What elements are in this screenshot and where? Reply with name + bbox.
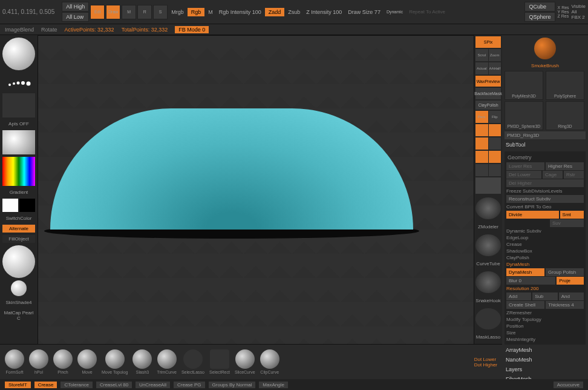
- nav-btn-6[interactable]: [489, 151, 501, 163]
- y-res-label[interactable]: Y Res: [558, 10, 569, 14]
- fbx-label[interactable]: FBX 2: [572, 15, 586, 20]
- sub-button[interactable]: Sub: [532, 292, 557, 300]
- actual-button[interactable]: Actual: [475, 62, 488, 74]
- zadd-button[interactable]: Zadd: [265, 8, 285, 16]
- viewport-canvas[interactable]: [38, 35, 474, 379]
- dynamesh-section-label[interactable]: DynaMesh: [506, 261, 584, 268]
- qsphere-button[interactable]: QSphere: [524, 12, 555, 22]
- polymesh-thumb[interactable]: PolyMesh3D: [505, 71, 543, 100]
- zmodeler-icon[interactable]: [475, 197, 501, 219]
- resolution-slider[interactable]: Resolution 200: [506, 285, 584, 292]
- higher-res-button[interactable]: Higher Res: [546, 162, 584, 170]
- brush-slash3[interactable]: Slash3: [132, 349, 152, 374]
- create-shell-button[interactable]: Create Shell: [506, 301, 544, 309]
- mrgb-label[interactable]: Mrgb: [169, 9, 186, 15]
- draw-size-slider[interactable]: Draw Size 77: [345, 9, 383, 15]
- modify-topology-label[interactable]: Modify Topology: [506, 316, 584, 323]
- geometry-section[interactable]: Geometry: [506, 153, 584, 162]
- divide-button[interactable]: Divide: [506, 211, 559, 219]
- subtool-section[interactable]: SubTool: [505, 140, 586, 149]
- pm3d-ring-button[interactable]: PM3D_Ring3D: [505, 131, 586, 139]
- draw-button[interactable]: Draw: [106, 5, 120, 19]
- brush-preview-small[interactable]: [11, 280, 27, 296]
- scroll-button[interactable]: Scrol: [475, 49, 488, 61]
- zoom-button[interactable]: Zoom: [489, 49, 501, 61]
- rgb-button[interactable]: Rgb: [188, 8, 205, 16]
- all-low-button[interactable]: All Low: [62, 12, 89, 22]
- all-button[interactable]: All: [572, 9, 586, 15]
- nanomesh-section[interactable]: NanoMesh: [505, 355, 586, 364]
- flip-button[interactable]: Flip: [489, 111, 501, 123]
- zremesher-label[interactable]: ZRemesher: [506, 309, 584, 316]
- layers-section[interactable]: Layers: [505, 365, 586, 374]
- fillobject-button[interactable]: FillObject: [2, 235, 35, 243]
- nav-btn-4[interactable]: [489, 137, 501, 150]
- fibermesh-section[interactable]: FiberMesh: [505, 375, 586, 379]
- alternate-button[interactable]: Alternate: [2, 225, 35, 233]
- brush-slicecurve[interactable]: SliceCurve: [235, 349, 255, 374]
- backface-button[interactable]: BackfaceMask: [475, 88, 501, 99]
- snakehook-icon[interactable]: [475, 271, 501, 293]
- del-lower-button[interactable]: Del Lower: [506, 171, 541, 179]
- material-swatch[interactable]: [2, 38, 35, 70]
- pers-button[interactable]: Pers: [475, 111, 488, 123]
- maxangle-button[interactable]: MaxAngle: [259, 382, 288, 388]
- visible-button[interactable]: Visible: [572, 4, 586, 9]
- z-intensity-slider[interactable]: Z Intensity 100: [304, 9, 344, 15]
- del-higher-button[interactable]: Del Higher: [506, 179, 584, 187]
- aahalf-button[interactable]: AAHalf: [489, 62, 501, 74]
- nav-btn-8[interactable]: [489, 164, 501, 176]
- crease-pg-button[interactable]: Crease PG: [174, 382, 205, 388]
- brush-clipcurve[interactable]: ClipCurve: [260, 349, 279, 374]
- edgeloop-label[interactable]: EdgeLoop: [506, 234, 584, 241]
- project-button[interactable]: Proje: [557, 277, 584, 285]
- scale-button[interactable]: S: [153, 5, 168, 19]
- color-black-swatch[interactable]: [19, 199, 35, 212]
- arraymesh-section[interactable]: ArrayMesh: [505, 346, 586, 354]
- fb-mode-label[interactable]: FB Mode 0: [175, 26, 209, 33]
- dot-lower-label[interactable]: Dot Lower: [474, 357, 497, 362]
- dynamic-label[interactable]: Dynamic: [384, 10, 405, 14]
- all-high-button[interactable]: All High: [62, 2, 89, 12]
- groups-button[interactable]: Groups By Normal: [209, 382, 256, 388]
- grid-button[interactable]: [475, 177, 501, 194]
- dot-higher-label[interactable]: Dot Higher: [474, 362, 497, 368]
- reconstruct-button[interactable]: Reconstruct Subdiv: [506, 195, 584, 203]
- waxpreview-button[interactable]: WaxPreview: [475, 76, 501, 87]
- ring3d-thumb[interactable]: Ring3D: [546, 101, 584, 130]
- zsub-label[interactable]: Zsub: [286, 9, 302, 15]
- uncreaseall-button[interactable]: UnCreaseAll: [136, 382, 170, 388]
- switchcolor-label[interactable]: SwitchColor: [2, 214, 35, 222]
- group-polish-button[interactable]: Group Polish: [546, 268, 584, 276]
- accucurve-button[interactable]: Accucurve: [554, 382, 583, 388]
- brush-move-topolog[interactable]: Move Topolog: [102, 349, 128, 374]
- brush-pinch[interactable]: Pinch: [53, 349, 73, 374]
- blur-slider[interactable]: Blur 0: [506, 277, 555, 285]
- crease-button[interactable]: Crease: [34, 382, 57, 388]
- curvetube-icon[interactable]: [475, 234, 501, 256]
- polysphere-thumb[interactable]: PolySphere: [546, 71, 584, 100]
- storemt-button[interactable]: StoreMT: [5, 382, 31, 388]
- brush-trimcurve[interactable]: TrimCurve: [157, 349, 176, 374]
- brush-hpol[interactable]: hPol: [29, 349, 48, 374]
- brush-selectrect[interactable]: SelectRect: [209, 349, 230, 374]
- gradient-label[interactable]: Gradient: [2, 188, 35, 196]
- qcube-button[interactable]: QCube: [524, 2, 555, 12]
- nav-btn-5[interactable]: [475, 151, 488, 163]
- edit-button[interactable]: Edt: [90, 5, 105, 19]
- and-button[interactable]: And: [559, 292, 584, 300]
- brush-formsoft[interactable]: FormSoft: [5, 349, 24, 374]
- brush-preview-large[interactable]: [2, 245, 35, 278]
- ctolerance-button[interactable]: CTolerance: [60, 382, 92, 388]
- convert-label[interactable]: Convert BPR To Geo: [506, 203, 584, 210]
- texture-swatch[interactable]: [2, 93, 35, 117]
- lower-res-button[interactable]: Lower Res: [506, 162, 544, 170]
- nav-btn-3[interactable]: [475, 137, 488, 150]
- size-label[interactable]: Size: [506, 329, 584, 336]
- thickness-slider[interactable]: Thickness 4: [546, 301, 584, 309]
- add-button[interactable]: Add: [506, 292, 531, 300]
- creaselevel-slider[interactable]: CreaseLvl 80: [96, 382, 132, 388]
- brush-move[interactable]: Move: [77, 349, 97, 374]
- dynamic-subdiv-label[interactable]: Dynamic Subdiv: [506, 228, 584, 234]
- rstr-button[interactable]: Rstr: [564, 171, 584, 179]
